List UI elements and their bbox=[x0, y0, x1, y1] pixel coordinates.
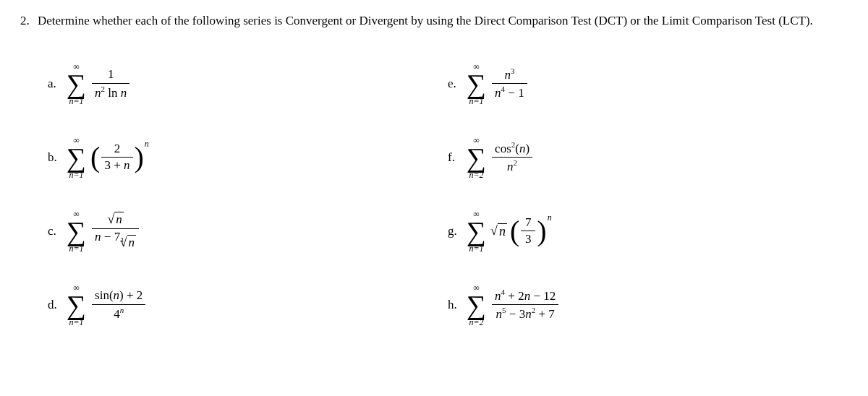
paren-group: ( 7 3 ) bbox=[510, 215, 547, 248]
item-label: d. bbox=[48, 298, 67, 312]
sqrt-icon: √n bbox=[107, 212, 123, 228]
problem-prompt: Determine whether each of the following … bbox=[38, 13, 848, 30]
series-g: ∞ ∑ n=1 √n ( 7 3 ) n bbox=[467, 210, 552, 253]
fraction: n3 n4 − 1 bbox=[492, 66, 527, 101]
fraction: n4 + 2n − 12 n5 − 3n2 + 7 bbox=[492, 287, 558, 322]
item-h: h. ∞ ∑ n=2 n4 + 2n − 12 n5 − 3n2 + 7 bbox=[448, 268, 848, 342]
paren-group: ( 2 3 + n ) bbox=[90, 141, 144, 174]
series-d: ∞ ∑ n=1 sin(n) + 2 4n bbox=[67, 283, 147, 327]
series-h: ∞ ∑ n=2 n4 + 2n − 12 n5 − 3n2 + 7 bbox=[467, 283, 560, 327]
problem-number: 2. bbox=[20, 13, 38, 30]
series-c: ∞ ∑ n=1 √n n − 73√n bbox=[67, 210, 140, 253]
right-column: e. ∞ ∑ n=1 n3 n4 − 1 f. ∞ ∑ bbox=[448, 47, 848, 342]
item-label: a. bbox=[48, 77, 67, 91]
item-label: f. bbox=[448, 150, 467, 165]
sqrt-icon: √n bbox=[490, 223, 507, 239]
item-b: b. ∞ ∑ n=1 ( 2 3 + n ) n bbox=[48, 121, 448, 194]
left-column: a. ∞ ∑ n=1 1 n2 ln n b. ∞ ∑ bbox=[48, 47, 448, 342]
sigma-icon: ∞ ∑ n=1 bbox=[67, 136, 86, 179]
fraction: 7 3 bbox=[521, 215, 535, 248]
cube-root-icon: 3√n bbox=[120, 235, 136, 251]
item-f: f. ∞ ∑ n=2 cos2(n) n2 bbox=[448, 121, 848, 194]
item-label: e. bbox=[448, 77, 467, 91]
problem-header: 2. Determine whether each of the followi… bbox=[20, 13, 848, 30]
series-e: ∞ ∑ n=1 n3 n4 − 1 bbox=[467, 62, 529, 106]
fraction: sin(n) + 2 4n bbox=[92, 288, 145, 322]
sigma-icon: ∞ ∑ n=1 bbox=[467, 62, 486, 106]
sigma-icon: ∞ ∑ n=1 bbox=[67, 62, 86, 106]
fraction: √n n − 73√n bbox=[92, 211, 139, 251]
problem-columns: a. ∞ ∑ n=1 1 n2 ln n b. ∞ ∑ bbox=[20, 47, 848, 342]
series-f: ∞ ∑ n=2 cos2(n) n2 bbox=[467, 136, 534, 179]
item-g: g. ∞ ∑ n=1 √n ( 7 3 ) n bbox=[448, 194, 848, 268]
sigma-icon: ∞ ∑ n=1 bbox=[67, 283, 86, 327]
sigma-icon: ∞ ∑ n=1 bbox=[467, 210, 486, 253]
series-a: ∞ ∑ n=1 1 n2 ln n bbox=[67, 62, 131, 106]
fraction: cos2(n) n2 bbox=[492, 139, 532, 175]
item-label: h. bbox=[448, 298, 467, 312]
item-e: e. ∞ ∑ n=1 n3 n4 − 1 bbox=[448, 47, 848, 121]
item-d: d. ∞ ∑ n=1 sin(n) + 2 4n bbox=[48, 268, 448, 342]
item-label: c. bbox=[48, 224, 67, 238]
item-a: a. ∞ ∑ n=1 1 n2 ln n bbox=[48, 47, 448, 121]
series-b: ∞ ∑ n=1 ( 2 3 + n ) n bbox=[67, 136, 149, 179]
fraction: 2 3 + n bbox=[101, 141, 132, 174]
item-c: c. ∞ ∑ n=1 √n n − 73√n bbox=[48, 194, 448, 268]
sigma-icon: ∞ ∑ n=2 bbox=[467, 283, 486, 327]
sigma-icon: ∞ ∑ n=1 bbox=[67, 210, 86, 253]
item-label: b. bbox=[48, 150, 67, 165]
fraction: 1 n2 ln n bbox=[92, 66, 129, 100]
item-label: g. bbox=[448, 224, 467, 238]
sigma-icon: ∞ ∑ n=2 bbox=[467, 136, 486, 179]
